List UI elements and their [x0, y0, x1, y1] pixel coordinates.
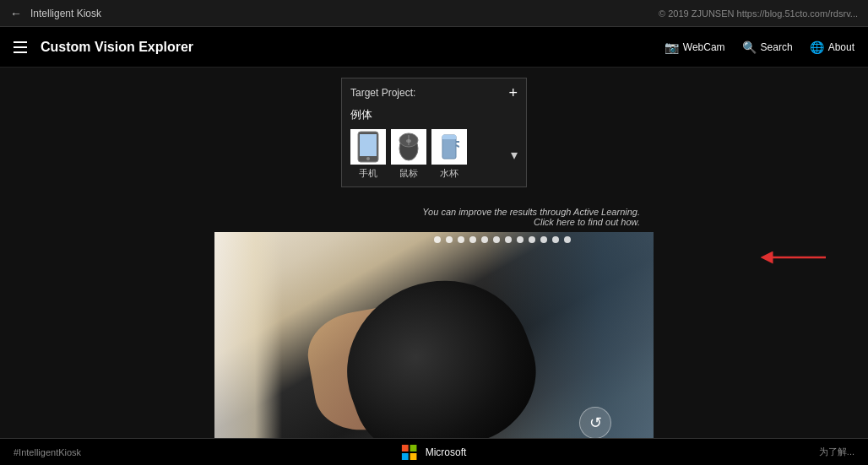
- red-arrow-annotation: [758, 245, 826, 273]
- svg-line-10: [456, 145, 459, 147]
- footer-brand: Microsoft: [426, 446, 467, 458]
- ceiling-light: [469, 236, 476, 243]
- hamburger-line: [14, 46, 27, 48]
- search-button[interactable]: 🔍 Search: [742, 41, 793, 54]
- back-icon[interactable]: ←: [10, 7, 22, 20]
- arrow-svg: [758, 245, 826, 270]
- webcam-button[interactable]: 📷 WebCam: [665, 41, 725, 54]
- hamburger-line: [14, 41, 27, 43]
- svg-rect-1: [360, 134, 377, 156]
- ceiling-lights: [434, 236, 571, 243]
- ceiling-light: [517, 236, 524, 243]
- project-name: 例体: [350, 105, 518, 124]
- ceiling-light: [446, 236, 453, 243]
- refresh-icon: ↺: [589, 414, 602, 432]
- footer-hashtag: #IntelligentKiosk: [14, 447, 81, 457]
- thumbnails-dropdown-icon[interactable]: ▾: [511, 147, 518, 163]
- mouse-icon: [397, 132, 420, 162]
- svg-point-2: [366, 157, 370, 160]
- mouse-image: [391, 129, 426, 165]
- phone-image: [350, 129, 386, 165]
- thumbnail-mouse[interactable]: 鼠标: [391, 129, 426, 180]
- active-learning-line1: You can improve the results through Acti…: [422, 207, 640, 217]
- title-bar-copyright: © 2019 ZJUNSEN https://blog.51cto.com/rd…: [659, 8, 858, 19]
- target-project-header: Target Project: +: [350, 85, 518, 100]
- active-learning-line2: Click here to find out how.: [422, 217, 640, 227]
- ceiling-light: [552, 236, 559, 243]
- camera-feed: 鼠标 71% ↺: [214, 232, 654, 465]
- svg-point-6: [406, 139, 411, 143]
- footer: #IntelligentKiosk Microsoft 为了解...: [0, 438, 868, 465]
- microsoft-logo-svg: [402, 445, 417, 460]
- search-icon: 🔍: [742, 41, 757, 54]
- window-light: [214, 232, 282, 465]
- hamburger-line: [14, 51, 27, 53]
- ceiling-light: [458, 236, 464, 243]
- target-project-label: Target Project:: [350, 87, 415, 99]
- thumbnail-cup[interactable]: 水杯: [431, 129, 467, 180]
- svg-rect-14: [410, 445, 417, 451]
- refresh-button[interactable]: ↺: [579, 407, 611, 439]
- ceiling-light: [481, 236, 488, 243]
- hamburger-menu[interactable]: [14, 41, 27, 53]
- main-content: Target Project: + 例体 手机: [0, 68, 868, 438]
- footer-center: Microsoft: [402, 445, 467, 460]
- microsoft-logo: [402, 445, 417, 460]
- cup-image: [431, 129, 467, 165]
- webcam-label: WebCam: [683, 41, 725, 53]
- thumbnail-phone[interactable]: 手机: [350, 129, 386, 180]
- phone-icon: [355, 131, 381, 163]
- ceiling-light: [505, 236, 512, 243]
- svg-rect-15: [402, 453, 409, 460]
- about-label: About: [828, 41, 854, 53]
- app-header: Custom Vision Explorer 📷 WebCam 🔍 Search…: [0, 27, 868, 68]
- ceiling-light: [564, 236, 571, 243]
- svg-rect-13: [402, 445, 409, 451]
- ceiling-light: [540, 236, 547, 243]
- phone-label: 手机: [359, 167, 377, 180]
- header-right: 📷 WebCam 🔍 Search 🌐 About: [665, 41, 854, 54]
- title-bar-app-name: Intelligent Kiosk: [30, 8, 101, 19]
- svg-rect-16: [410, 453, 417, 460]
- webcam-icon: 📷: [665, 41, 679, 54]
- svg-rect-8: [442, 135, 456, 139]
- camera-container: 鼠标 71% ↺: [214, 232, 654, 465]
- about-icon: 🌐: [810, 41, 824, 54]
- thumbnails-row: 手机 鼠标: [350, 129, 518, 180]
- add-project-button[interactable]: +: [508, 85, 518, 100]
- cup-label: 水杯: [440, 167, 458, 180]
- active-learning-hint[interactable]: You can improve the results through Acti…: [422, 207, 640, 227]
- app-title: Custom Vision Explorer: [41, 40, 193, 55]
- search-label: Search: [761, 41, 793, 53]
- title-bar-left: ← Intelligent Kiosk: [10, 7, 101, 20]
- ceiling-light: [434, 236, 441, 243]
- target-project-panel: Target Project: + 例体 手机: [341, 78, 527, 187]
- cup-icon: [439, 132, 459, 162]
- footer-right-text: 为了解...: [819, 446, 854, 458]
- ceiling-light: [493, 236, 500, 243]
- about-button[interactable]: 🌐 About: [810, 41, 854, 54]
- mouse-label: 鼠标: [399, 167, 418, 180]
- title-bar: ← Intelligent Kiosk © 2019 ZJUNSEN https…: [0, 0, 868, 27]
- ceiling-light: [529, 236, 535, 243]
